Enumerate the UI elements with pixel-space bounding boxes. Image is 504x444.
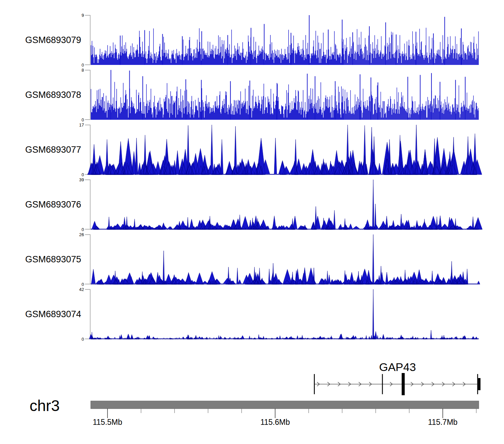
signal-track-GSM6893075: 260GSM6893075 [25,232,480,287]
track-label: GSM6893079 [25,35,81,45]
exon-box [478,378,480,390]
gene-name-label: GAP43 [379,361,416,373]
major-tick-label: 115.7Mb [428,418,458,427]
figure-canvas: 90GSM689307980GSM6893078170GSM6893077390… [0,0,504,444]
track-label: GSM6893074 [25,309,81,319]
major-tick-label: 115.5Mb [93,418,122,427]
y-axis [85,15,90,65]
y-axis-zero-label: 0 [82,172,84,177]
y-axis [85,235,90,284]
signal-tracks: 90GSM689307980GSM6893078170GSM6893077390… [25,13,482,342]
signal-data [89,289,479,339]
signal-data [91,234,480,284]
major-tick-label: 115.6Mb [260,418,290,427]
y-axis-max-label: 17 [79,122,84,127]
signal-data [91,70,479,120]
y-axis-zero-label: 0 [82,117,84,122]
track-label: GSM6893078 [25,90,81,100]
y-axis-max-label: 42 [79,287,84,292]
track-label: GSM6893075 [25,254,81,264]
genome-browser-figure: 90GSM689307980GSM6893078170GSM6893077390… [0,0,504,444]
exon-thin [382,374,383,394]
y-axis-zero-label: 0 [82,337,84,342]
signal-track-GSM6893078: 80GSM6893078 [25,68,479,122]
signal-track-GSM6893074: 420GSM6893074 [25,287,479,342]
y-axis-max-label: 39 [79,177,84,182]
signal-track-GSM6893076: 390GSM6893076 [25,177,482,232]
y-axis-max-label: 9 [82,13,84,18]
track-label: GSM6893076 [25,199,81,210]
y-axis [85,70,90,120]
y-axis-max-label: 26 [79,232,84,237]
signal-data [87,125,482,175]
y-axis-max-label: 8 [82,68,84,73]
chromosome-label: chr3 [30,397,59,414]
chromosome-axis: chr3 115.5Mb115.6Mb115.7Mb [30,397,479,427]
signal-data [91,15,479,65]
signal-track-GSM6893077: 170GSM6893077 [25,122,482,177]
exon-thick [402,373,405,395]
track-label: GSM6893077 [25,145,81,155]
signal-data [91,180,482,229]
y-axis-zero-label: 0 [82,63,84,68]
exon-thin [477,374,478,394]
y-axis-zero-label: 0 [82,227,84,232]
y-axis [85,290,90,339]
y-axis [85,180,90,229]
signal-track-GSM6893079: 90GSM6893079 [25,13,479,68]
exon-thin [314,374,315,394]
y-axis-zero-label: 0 [82,282,84,287]
y-axis [85,125,90,175]
chromosome-ideogram-bar [91,401,479,409]
gene-annotation-track: GAP43 [314,361,480,395]
